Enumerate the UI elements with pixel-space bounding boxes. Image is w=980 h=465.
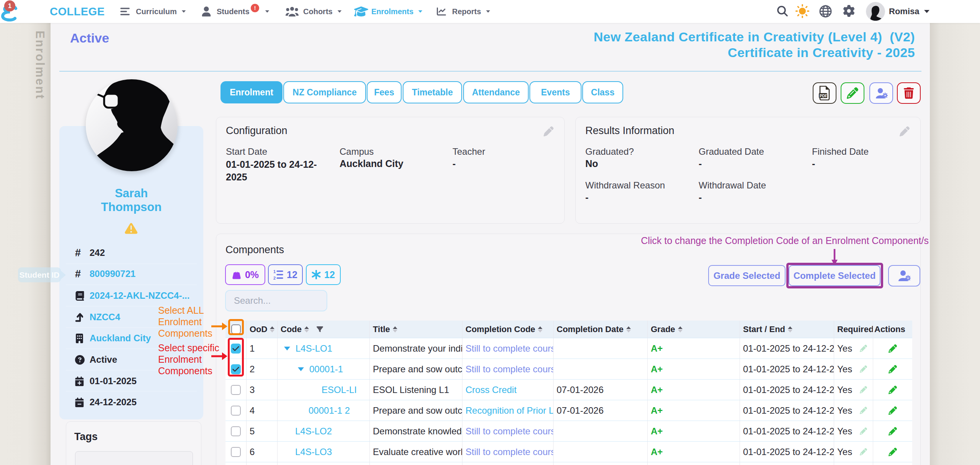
- svg-text:PDF: PDF: [820, 94, 827, 98]
- svg-text:1: 1: [273, 270, 276, 274]
- svg-text:2: 2: [273, 276, 276, 280]
